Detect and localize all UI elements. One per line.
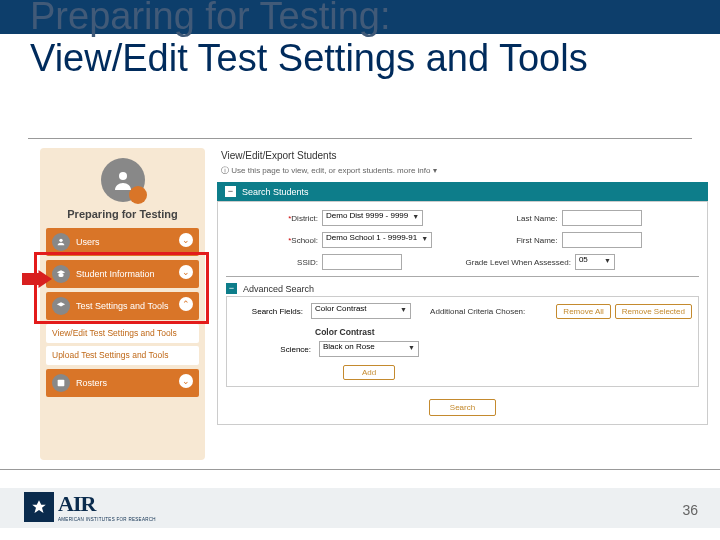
school-label: School: [226,236,318,245]
sidebar-preparing-for-testing: Preparing for Testing Users ⌄ Student In… [40,148,205,460]
add-button[interactable]: Add [343,365,395,380]
logo-text: AIR [58,491,156,517]
search-fields-select[interactable]: Color Contrast [311,303,411,319]
advanced-search-label: Advanced Search [243,284,314,294]
title-line2: View/Edit Test Settings and Tools [30,38,588,80]
lastname-input[interactable] [562,210,642,226]
lastname-label: Last Name: [466,214,558,223]
sidebar-item-label: Rosters [76,378,107,388]
sidebar-sub-view-edit[interactable]: View/Edit Test Settings and Tools [46,324,199,343]
air-logo: AIR AMERICAN INSTITUTES FOR RESEARCH [24,491,156,522]
rosters-icon [52,374,70,392]
air-logo-mark [24,492,54,522]
school-select[interactable]: Demo School 1 - 9999-91 [322,232,432,248]
sidebar-sub-upload[interactable]: Upload Test Settings and Tools [46,346,199,365]
district-label: District: [226,214,318,223]
svg-point-0 [119,172,127,180]
pointer-arrow-icon [22,269,52,293]
sidebar-item-test-settings[interactable]: Test Settings and Tools ⌃ [46,292,199,320]
settings-icon [52,297,70,315]
svg-marker-3 [22,270,52,288]
collapse-icon[interactable]: − [225,186,236,197]
panel-title: View/Edit/Export Students [217,148,708,163]
chevron-down-icon: ⌄ [179,233,193,247]
additional-criteria-label: Additional Criteria Chosen: [430,307,525,316]
grade-select[interactable]: 05 [575,254,615,270]
users-icon [52,233,70,251]
ssid-input[interactable] [322,254,402,270]
sidebar-heading: Preparing for Testing [46,208,199,220]
search-fields-label: Search Fields: [233,307,303,316]
sidebar-item-student-information[interactable]: Student Information ⌄ [46,260,199,288]
sidebar-item-rosters[interactable]: Rosters ⌄ [46,369,199,397]
user-gear-icon [101,158,145,202]
student-icon [52,265,70,283]
search-students-bar[interactable]: − Search Students [217,182,708,201]
chevron-down-icon: ⌄ [179,265,193,279]
grade-label: Grade Level When Assessed: [466,258,571,267]
sidebar-item-users[interactable]: Users ⌄ [46,228,199,256]
title-line1: Preparing for Testing: [30,0,588,38]
main-panel: View/Edit/Export Students Use this page … [217,148,708,460]
info-text: Use this page to view, edit, or export s… [217,163,708,182]
collapse-icon[interactable]: − [226,283,237,294]
chevron-up-icon: ⌃ [179,297,193,311]
chevron-down-icon: ⌄ [179,374,193,388]
remove-selected-button[interactable]: Remove Selected [615,304,692,319]
color-contrast-group: Color Contrast [315,327,692,337]
remove-all-button[interactable]: Remove All [556,304,610,319]
page-number: 36 [682,502,698,518]
sidebar-item-label: Student Information [76,269,155,279]
section-label: Search Students [242,187,309,197]
firstname-label: First Name: [466,236,558,245]
title-underline [28,138,692,139]
sidebar-item-label: Users [76,237,100,247]
svg-point-1 [59,239,62,242]
science-select[interactable]: Black on Rose [319,341,419,357]
page-title: Preparing for Testing: View/Edit Test Se… [30,0,588,80]
logo-subtext: AMERICAN INSTITUTES FOR RESEARCH [58,517,156,522]
sidebar-item-label: Test Settings and Tools [76,301,168,311]
search-button[interactable]: Search [429,399,496,416]
ssid-label: SSID: [226,258,318,267]
firstname-input[interactable] [562,232,642,248]
svg-rect-2 [58,380,65,387]
district-select[interactable]: Demo Dist 9999 - 9999 [322,210,423,226]
science-label: Science: [233,345,311,354]
footer-divider [0,469,720,470]
